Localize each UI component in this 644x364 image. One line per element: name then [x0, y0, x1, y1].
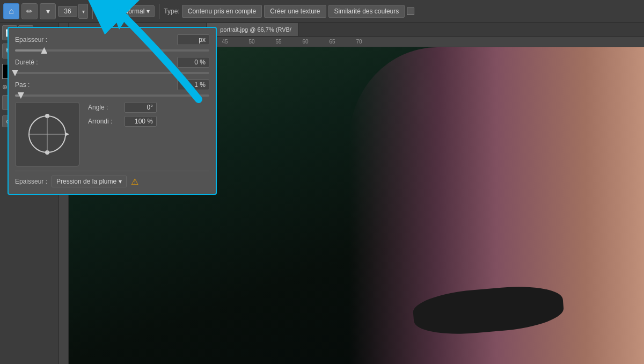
similarity-button[interactable]: Similarité des couleurs	[328, 5, 405, 18]
pressure-dropdown[interactable]: Pression de la plume ▾	[52, 176, 127, 187]
pas-row: Pas :	[15, 79, 209, 90]
durete-input[interactable]	[177, 57, 209, 68]
pas-label: Pas :	[15, 81, 58, 89]
ruler-60: 60	[292, 39, 319, 45]
angle-input[interactable]	[125, 102, 157, 113]
panel-bottom-epaisseur-label: Epaisseur :	[15, 178, 47, 185]
handle-right[interactable]	[65, 132, 69, 136]
warning-icon: ⚠	[131, 177, 138, 187]
pressure-dropdown-value: Pression de la plume	[56, 178, 116, 185]
pas-slider[interactable]	[15, 94, 209, 97]
panel-bottom-row: Epaisseur : Pression de la plume ▾ ⚠	[15, 171, 209, 187]
ruler-50: 50	[238, 39, 265, 45]
epaisseur-input[interactable]	[177, 34, 209, 45]
durete-row: Dureté :	[15, 57, 209, 68]
separator-2	[159, 4, 159, 19]
mode-dropdown[interactable]: Normal ▾	[119, 5, 155, 17]
texture-button[interactable]: Créer une texture	[264, 5, 326, 18]
arrondi-input[interactable]	[125, 116, 157, 127]
size-chevron[interactable]: ▾	[78, 4, 88, 19]
brush-preview-area: Angle : Arrondi :	[15, 102, 209, 166]
home-button[interactable]: ⌂	[3, 3, 19, 19]
ruler-65: 65	[319, 39, 346, 45]
top-toolbar: ⌂ ✏ ▾ 36 ▾ Mode : Normal ▾ Type: Contenu…	[0, 0, 644, 23]
epaisseur-label: Epaisseur :	[15, 36, 58, 43]
brush-circle-preview	[15, 102, 79, 166]
brush-panel: Epaisseur : Dureté : Pas :	[8, 27, 217, 195]
color-overlay-icon[interactable]: ⊕	[2, 83, 8, 91]
size-value[interactable]: 36	[58, 6, 77, 17]
arrondi-row: Arrondi :	[88, 116, 209, 127]
ruler-70: 70	[346, 39, 372, 45]
epaisseur-row: Epaisseur :	[15, 34, 209, 45]
angle-row: Angle :	[88, 102, 209, 113]
arrondi-label: Arrondi :	[88, 118, 120, 125]
angle-roundness-area: Angle : Arrondi :	[88, 102, 209, 127]
brush-shape	[28, 115, 66, 153]
pas-input[interactable]	[177, 79, 209, 90]
pressure-chevron: ▾	[119, 178, 122, 185]
content-button[interactable]: Contenu pris en compte	[182, 5, 262, 18]
durete-slider[interactable]	[15, 72, 209, 74]
durete-label: Dureté :	[15, 59, 58, 66]
mode-label: Mode :	[97, 8, 117, 15]
separator-1	[92, 4, 93, 19]
epaisseur-slider[interactable]	[15, 49, 209, 52]
toolbar-checkbox[interactable]	[407, 8, 414, 15]
type-label: Type:	[164, 8, 179, 15]
line-v	[47, 117, 48, 152]
size-area: 36 ▾	[58, 4, 88, 19]
mode-area: Mode : Normal ▾	[97, 5, 155, 17]
tool-extra-button[interactable]: ▾	[40, 3, 56, 19]
tab-portrait[interactable]: × portrait.jpg @ 66,7% (RVB/	[207, 23, 298, 36]
eraser-button[interactable]: ✏	[21, 3, 38, 19]
tab-portrait-label: portrait.jpg @ 66,7% (RVB/	[220, 26, 291, 33]
angle-label: Angle :	[88, 104, 120, 111]
ruler-55: 55	[265, 39, 292, 45]
